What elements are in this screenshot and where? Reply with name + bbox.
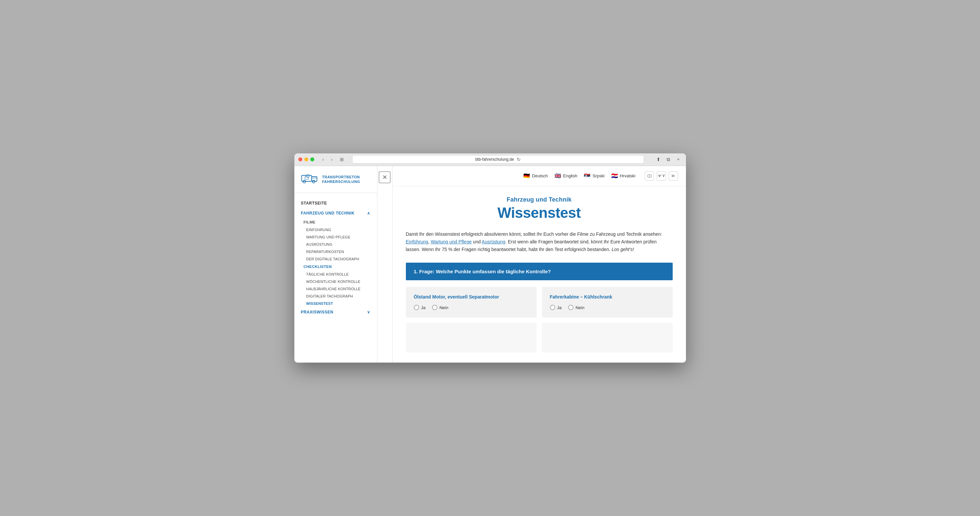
close-traffic-light[interactable] (298, 158, 302, 161)
forward-button[interactable]: › (328, 156, 336, 163)
sidebar-item-digitaler-tacho[interactable]: DIGITALER TACHOGRAPH (294, 293, 377, 300)
close-button[interactable]: ✕ (379, 171, 391, 183)
svg-point-4 (312, 180, 315, 183)
sidebar-item-wochentliche[interactable]: WÖCHENTLICHE KONTROLLE (294, 278, 377, 285)
logo-text: TRANSPORTBETON FAHRERSCHULUNG (322, 175, 360, 184)
add-tab-icon[interactable]: ＋ (675, 156, 682, 163)
answer-title-1: Ölstand Motor, eventuell Separatmotor (414, 294, 529, 299)
sidebar-item-einfuhrung[interactable]: EINFÜHRUNG (294, 226, 377, 233)
flag-gb: 🇬🇧 (555, 173, 561, 179)
radio-nein-label-1: Nein (439, 305, 449, 310)
radio-ja-label-1: Ja (421, 305, 426, 310)
main-content: 🇩🇪 Deutsch 🇬🇧 English 🇷🇸 Srpski 🇭🇷 Hrvat… (393, 166, 686, 363)
website: TRANSPORTBETON FAHRERSCHULUNG STARTSEITE… (294, 166, 686, 363)
lang-hrvatski[interactable]: 🇭🇷 Hrvatski (611, 173, 636, 179)
answer-grid: Ölstand Motor, eventuell Separatmotor Ja… (406, 287, 673, 353)
radio-nein-label-2: Nein (576, 305, 584, 310)
reload-button[interactable]: ↻ (517, 157, 521, 162)
svg-point-3 (303, 180, 305, 183)
chevron-up-icon: ∧ (367, 211, 371, 215)
chevron-down-icon: ∨ (367, 310, 371, 314)
sidebar-item-halbjahrl[interactable]: HALBJÄHRLICHE KONTROLLE (294, 285, 377, 293)
sidebar-item-startseite[interactable]: STARTSEITE (294, 198, 377, 208)
new-tab-icon[interactable]: ⧉ (665, 156, 672, 163)
lang-deutsch[interactable]: 🇩🇪 Deutsch (523, 173, 548, 179)
sidebar-nav: STARTSEITE FAHRZEUG UND TECHNIK ∧ FILME … (294, 193, 377, 322)
sidebar-item-reparaturkosten[interactable]: REPARATURKOSTEN (294, 248, 377, 255)
url-text: btb-fahrerschulung.de (475, 157, 514, 162)
radio-circle-ja-1 (414, 305, 419, 310)
sidebar-item-praxiswissen[interactable]: PRAXISWISSEN ∨ (294, 307, 377, 317)
sidebar-item-filme[interactable]: FILME (294, 218, 377, 226)
page-title: Wissenstest (406, 205, 673, 221)
lang-english-label: English (563, 173, 578, 178)
radio-group-1: Ja Nein (414, 305, 529, 310)
sidebar-item-tachograph[interactable]: DER DIGITALE TACHOGRAPH (294, 255, 377, 263)
top-nav: 🇩🇪 Deutsch 🇬🇧 English 🇷🇸 Srpski 🇭🇷 Hrvat… (393, 166, 686, 186)
svg-marker-8 (649, 175, 650, 177)
sidebar-item-checklisten[interactable]: CHECKLISTEN (294, 263, 377, 271)
browser-window: ‹ › ⊞ btb-fahrerschulung.de ↻ ⬆ ⧉ ＋ (294, 153, 686, 363)
link-wartung[interactable]: Wartung und Pflege (431, 239, 472, 244)
radio-circle-nein-2 (568, 305, 573, 310)
sidebar: TRANSPORTBETON FAHRERSCHULUNG STARTSEITE… (294, 166, 377, 363)
radio-circle-nein-1 (432, 305, 438, 310)
answer-card-3 (406, 323, 537, 353)
radio-circle-ja-2 (550, 305, 555, 310)
content-area: Fahrzeug und Technik Wissenstest Damit I… (393, 186, 686, 363)
sidebar-item-fahrzeug-technik[interactable]: FAHRZEUG UND TECHNIK ∧ (294, 208, 377, 218)
lang-srpski[interactable]: 🇷🇸 Srpski (584, 173, 605, 179)
question-text: 1. Frage: Welche Punkte umfassen die täg… (414, 269, 551, 274)
lang-srpski-label: Srpski (592, 173, 605, 178)
link-einfuhrung[interactable]: Einführung (406, 239, 428, 244)
radio-ja-2[interactable]: Ja (550, 305, 562, 310)
lang-hrvatski-label: Hrvatski (620, 173, 636, 178)
svg-rect-0 (302, 175, 312, 181)
answer-card-4 (542, 323, 673, 353)
browser-titlebar: ‹ › ⊞ btb-fahrerschulung.de ↻ ⬆ ⧉ ＋ (294, 153, 686, 166)
page-subtitle: Fahrzeug und Technik (406, 196, 673, 203)
address-bar[interactable]: btb-fahrerschulung.de ↻ (352, 155, 644, 164)
radio-group-2: Ja Nein (550, 305, 665, 310)
answer-card-1: Ölstand Motor, eventuell Separatmotor Ja… (406, 287, 537, 317)
radio-ja-1[interactable]: Ja (414, 305, 426, 310)
flag-rs: 🇷🇸 (584, 173, 590, 179)
radio-nein-1[interactable]: Nein (432, 305, 449, 310)
radio-ja-label-2: Ja (557, 305, 562, 310)
linkedin-icon[interactable]: in (669, 171, 678, 181)
lang-english[interactable]: 🇬🇧 English (555, 173, 578, 179)
vimeo-icon[interactable]: V (657, 171, 666, 181)
nav-buttons: ‹ › (320, 156, 336, 163)
flag-de: 🇩🇪 (523, 173, 530, 179)
logo-icon (301, 173, 318, 186)
sidebar-close-area: ✕ (377, 166, 393, 363)
answer-card-2: Fahrerkabine – Kühlschrank Ja Nein (542, 287, 673, 317)
sidebar-item-ausrustung[interactable]: AUSRÜSTUNG (294, 241, 377, 248)
social-icons: V in (645, 171, 678, 181)
sidebar-item-wissenstest[interactable]: WISSENSTEST (294, 300, 377, 307)
traffic-lights (298, 158, 314, 161)
youtube-icon[interactable] (645, 171, 654, 181)
answer-title-2: Fahrerkabine – Kühlschrank (550, 294, 665, 299)
share-icon[interactable]: ⬆ (655, 156, 662, 163)
radio-nein-2[interactable]: Nein (568, 305, 584, 310)
back-button[interactable]: ‹ (320, 156, 327, 163)
flag-hr: 🇭🇷 (611, 173, 618, 179)
sidebar-item-wartung[interactable]: WARTUNG UND PFLEGE (294, 233, 377, 241)
intro-text: Damit Ihr den Wissenstest erfolgreich ab… (406, 231, 673, 253)
logo-area: TRANSPORTBETON FAHRERSCHULUNG (294, 166, 377, 193)
maximize-traffic-light[interactable] (310, 158, 314, 161)
question-bar: 1. Frage: Welche Punkte umfassen die täg… (406, 263, 673, 280)
lang-deutsch-label: Deutsch (532, 173, 548, 178)
minimize-traffic-light[interactable] (304, 158, 308, 161)
sidebar-item-tagliche-kontrolle[interactable]: TÄGLICHE KONTROLLE (294, 271, 377, 278)
sidebar-toggle-button[interactable]: ⊞ (338, 156, 345, 163)
browser-toolbar-right: ⬆ ⧉ ＋ (655, 156, 682, 163)
link-ausrustung[interactable]: Ausrüstung (482, 239, 506, 244)
